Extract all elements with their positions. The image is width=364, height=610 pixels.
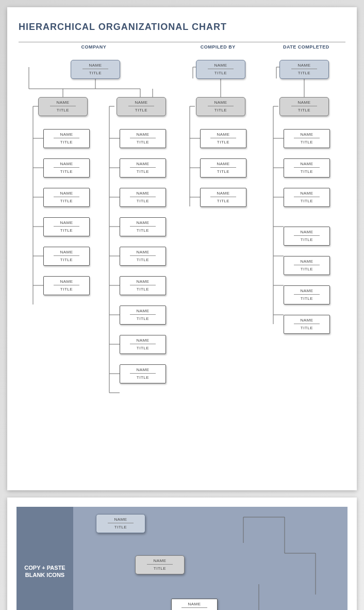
org-node-leaf[interactable]: NAMETITLE xyxy=(120,217,166,236)
org-node-leaf[interactable]: NAMETITLE xyxy=(284,129,330,148)
org-node-leaf[interactable]: NAMETITLE xyxy=(200,129,246,148)
palette-label: COPY + PASTE BLANK ICONS xyxy=(16,507,73,610)
org-node-top[interactable]: NAMETITLE xyxy=(279,60,329,79)
node-title: TITLE xyxy=(73,71,118,75)
node-name: NAME xyxy=(73,63,118,68)
org-node-leaf[interactable]: NAMETITLE xyxy=(43,217,90,236)
palette-canvas: NAMETITLE NAMETITLE NAMETITLE xyxy=(73,507,348,610)
org-node-leaf[interactable]: NAMETITLE xyxy=(120,247,166,266)
org-node-leaf[interactable]: NAMETITLE xyxy=(43,276,90,295)
org-node-leaf[interactable]: NAMETITLE xyxy=(120,158,166,178)
org-node-leaf[interactable]: NAMETITLE xyxy=(200,188,246,207)
org-node-manager[interactable]: NAMETITLE xyxy=(279,97,329,116)
org-node-leaf[interactable]: NAMETITLE xyxy=(284,158,330,178)
org-node-leaf[interactable]: NAMETITLE xyxy=(43,129,90,148)
org-chart-canvas: NAME TITLE NAMETITLE NAMETITLE NAMETITLE… xyxy=(19,57,345,470)
org-node-leaf[interactable]: NAMETITLE xyxy=(284,285,330,304)
org-node-leaf[interactable]: NAMETITLE xyxy=(120,129,166,148)
header-compiled: COMPILED BY xyxy=(169,44,267,50)
org-node-leaf[interactable]: NAMETITLE xyxy=(43,158,90,178)
org-node-leaf[interactable]: NAMETITLE xyxy=(120,335,166,354)
org-node-leaf[interactable]: NAMETITLE xyxy=(120,188,166,207)
org-node-leaf[interactable]: NAMETITLE xyxy=(284,256,330,275)
blank-icons-palette: COPY + PASTE BLANK ICONS NAMETITLE NAMET… xyxy=(16,507,348,610)
org-node-manager[interactable]: NAMETITLE xyxy=(196,97,245,116)
org-node-manager[interactable]: NAMETITLE xyxy=(117,97,166,116)
org-node-leaf[interactable]: NAMETITLE xyxy=(284,188,330,207)
org-node-leaf[interactable]: NAMETITLE xyxy=(284,227,330,246)
org-node-leaf[interactable]: NAMETITLE xyxy=(43,188,90,207)
page-title: HIERARCHICAL ORGANIZATIONAL CHART xyxy=(19,22,345,33)
header-row: COMPANY COMPILED BY DATE COMPLETED xyxy=(19,42,345,50)
org-chart-page: HIERARCHICAL ORGANIZATIONAL CHART COMPAN… xyxy=(7,7,357,490)
palette-node-manager[interactable]: NAMETITLE xyxy=(135,555,185,574)
org-node-top[interactable]: NAMETITLE xyxy=(196,60,245,79)
header-company: COMPANY xyxy=(19,44,169,50)
org-node-top[interactable]: NAME TITLE xyxy=(71,60,120,79)
org-node-leaf[interactable]: NAMETITLE xyxy=(284,315,330,334)
org-node-leaf[interactable]: NAMETITLE xyxy=(43,247,90,266)
org-node-manager[interactable]: NAMETITLE xyxy=(38,97,88,116)
palette-node-leaf[interactable]: NAMETITLE xyxy=(171,599,218,610)
org-node-leaf[interactable]: NAMETITLE xyxy=(120,276,166,295)
org-node-leaf[interactable]: NAMETITLE xyxy=(120,306,166,325)
palette-node-top[interactable]: NAMETITLE xyxy=(96,514,145,533)
org-node-leaf[interactable]: NAMETITLE xyxy=(120,364,166,383)
header-date: DATE COMPLETED xyxy=(267,44,345,50)
palette-page: COPY + PASTE BLANK ICONS NAMETITLE NAMET… xyxy=(7,497,357,610)
org-node-leaf[interactable]: NAMETITLE xyxy=(200,158,246,178)
